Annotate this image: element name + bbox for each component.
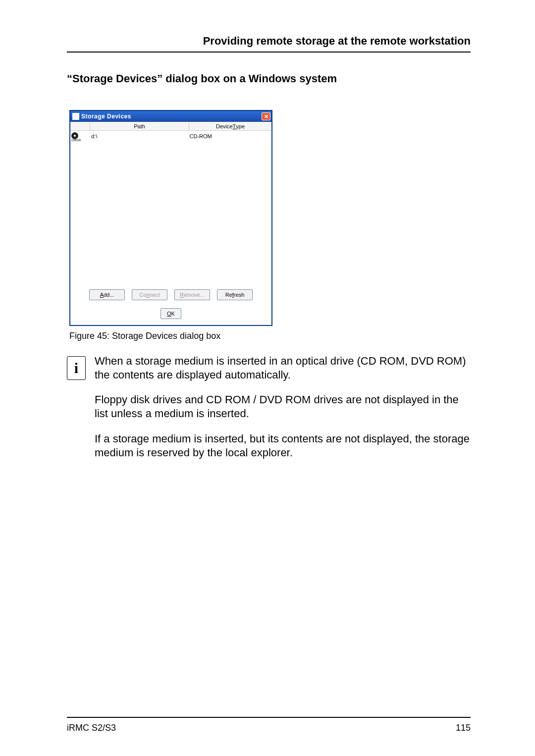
footer-right: 115 [456,723,471,733]
listview-body[interactable]: CDROM d:\ CD-ROM [70,131,271,279]
connect-button[interactable]: Connect [132,289,167,300]
dialog-titlebar[interactable]: Storage Devices ✕ [70,111,271,122]
cdrom-icon: CDROM [71,132,81,140]
list-item[interactable]: CDROM d:\ CD-ROM [70,131,271,142]
row-type: CD-ROM [190,133,271,139]
col-path[interactable]: Path [90,122,189,130]
add-button[interactable]: Add... [89,289,125,300]
ok-button[interactable]: OK [160,308,181,319]
titlebar-left: Storage Devices [72,113,131,120]
info-text: When a storage medium is inserted in an … [95,354,471,460]
close-icon: ✕ [264,114,268,119]
storage-devices-dialog: Storage Devices ✕ Path Device Type CDROM [69,110,272,326]
info-icon: i [67,356,86,380]
app-icon [72,113,79,120]
info-para-1: When a storage medium is inserted in an … [95,354,471,382]
device-listview: Path Device Type CDROM d:\ CD-ROM [70,122,271,279]
ok-row: OK [75,308,267,319]
col-icon[interactable] [70,122,90,130]
dialog-title: Storage Devices [81,113,131,120]
page-footer: iRMC S2/S3 115 [67,717,471,733]
dialog-button-area: Add... Connect Remove... Refresh OK [70,279,271,325]
listview-header: Path Device Type [70,122,271,131]
footer-left: iRMC S2/S3 [67,723,116,733]
close-button[interactable]: ✕ [262,112,270,120]
col-type[interactable]: Device Type [189,122,271,130]
section-title: Providing remote storage at the remote w… [67,35,471,48]
button-row: Add... Connect Remove... Refresh [75,289,267,300]
row-icon-cell: CDROM [70,132,90,140]
info-icon-char: i [74,360,78,377]
remove-button[interactable]: Remove... [174,289,210,300]
info-block: i When a storage medium is inserted in a… [67,354,471,460]
info-para-2: Floppy disk drives and CD ROM / DVD ROM … [95,393,471,421]
refresh-button[interactable]: Refresh [217,289,253,300]
page-header: Providing remote storage at the remote w… [67,35,471,53]
figure-caption: Figure 45: Storage Devices dialog box [69,331,471,341]
info-para-3: If a storage medium is inserted, but its… [95,432,471,460]
subheading: “Storage Devices” dialog box on a Window… [67,72,471,85]
row-path: d:\ [90,133,190,139]
